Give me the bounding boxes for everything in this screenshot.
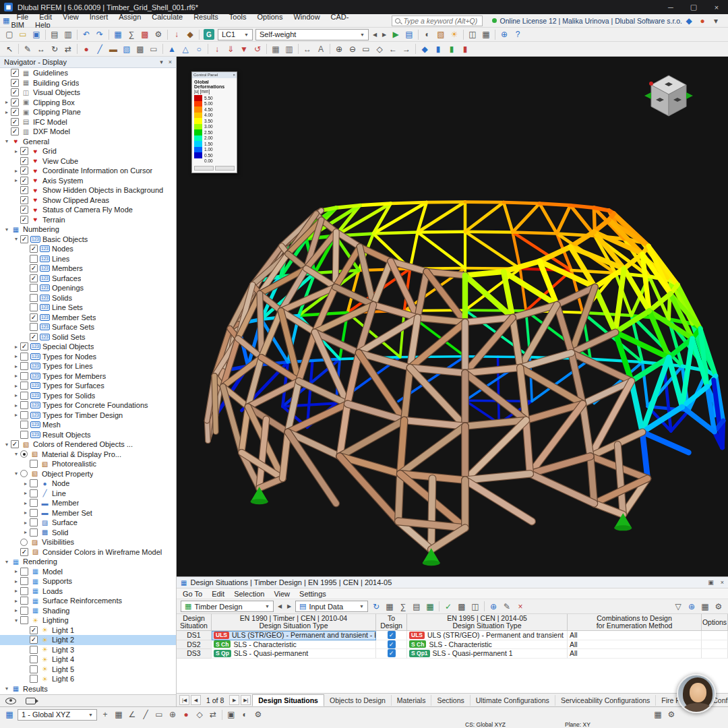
previous-view-icon[interactable]: ←: [386, 43, 400, 55]
calculation-icon[interactable]: ∑: [125, 28, 138, 40]
view-y-icon[interactable]: ▮: [445, 43, 458, 55]
panel-close-icon[interactable]: ×: [721, 579, 724, 586]
menu-view[interactable]: View: [57, 13, 84, 21]
navigator-close-icon[interactable]: ×: [169, 59, 172, 65]
export-excel-icon[interactable]: ▦: [423, 601, 437, 613]
pan-icon[interactable]: ◇: [373, 43, 386, 55]
checkbox[interactable]: ✓: [11, 69, 19, 77]
tree-item-special-objects[interactable]: ▸✓123Special Objects: [0, 342, 176, 352]
tree-item-light-6[interactable]: ☀Light 6: [0, 674, 176, 684]
tree-item-object-property[interactable]: ▾▧Object Property: [0, 469, 176, 479]
tree-item-types-for-timber-design[interactable]: ▸123Types for Timber Design: [0, 411, 176, 421]
radio-button[interactable]: [20, 470, 28, 477]
panel-menu-settings[interactable]: Settings: [295, 590, 331, 598]
checkbox[interactable]: ✓: [11, 108, 19, 116]
checkbox[interactable]: [20, 401, 28, 409]
search-input[interactable]: [403, 17, 479, 25]
expander-icon[interactable]: ▸: [22, 500, 30, 506]
calculate-all-icon[interactable]: ▩: [138, 28, 152, 40]
load-combinations-icon[interactable]: ◆: [183, 28, 197, 40]
tree-item-grid[interactable]: ▸✓♥Grid: [0, 146, 176, 156]
tree-item-ifc-model[interactable]: ✓▤IFC Model: [0, 117, 176, 127]
result-tables-icon[interactable]: ▤: [402, 28, 416, 40]
to-design-checkbox[interactable]: ✓: [388, 640, 396, 648]
print-preview-icon[interactable]: ▥: [61, 28, 75, 40]
checkbox[interactable]: [30, 655, 38, 663]
combinations-cell[interactable]: All: [568, 649, 702, 659]
tab-design-situations[interactable]: Design Situations: [252, 694, 324, 706]
dimension-icon[interactable]: ↔: [301, 43, 314, 55]
expander-icon[interactable]: ▸: [22, 510, 30, 516]
tree-item-numbering[interactable]: ▾▦Numbering: [0, 224, 176, 235]
checkbox[interactable]: ✓: [20, 235, 28, 243]
midpoint-snap-icon[interactable]: ◇: [193, 708, 206, 721]
checkbox[interactable]: [20, 568, 28, 576]
manage-windows-icon[interactable]: ◫: [466, 28, 479, 40]
expander-icon[interactable]: ▸: [12, 177, 20, 183]
tree-item-line[interactable]: ▸╱Line: [0, 489, 176, 499]
expander-icon[interactable]: ▾: [3, 686, 11, 692]
columns-icon[interactable]: ◫: [468, 601, 482, 613]
combinations-cell[interactable]: All: [568, 640, 702, 650]
expander-icon[interactable]: ▸: [12, 588, 20, 594]
view-z-icon[interactable]: ▮: [458, 43, 472, 55]
more-options-icon[interactable]: ▾: [709, 15, 723, 27]
mesh-refinement-icon[interactable]: ▥: [282, 43, 296, 55]
checkbox[interactable]: [30, 489, 38, 497]
tree-item-light-3[interactable]: ☀Light 3: [0, 645, 176, 655]
text-annotation-icon[interactable]: A: [314, 43, 328, 55]
globe-icon[interactable]: ⊕: [685, 601, 698, 613]
checkbox[interactable]: [30, 303, 38, 311]
intersection-snap-icon[interactable]: ⇄: [206, 708, 220, 721]
member-icon[interactable]: ▬: [107, 43, 120, 55]
checkbox[interactable]: [20, 597, 28, 605]
expander-icon[interactable]: ▸: [12, 568, 20, 574]
checkbox[interactable]: [20, 577, 28, 585]
checkbox[interactable]: [30, 460, 38, 468]
checkbox[interactable]: ✓: [11, 127, 19, 135]
checkbox[interactable]: ✓: [11, 440, 19, 448]
expander-icon[interactable]: ▸: [12, 363, 20, 369]
last-page-button[interactable]: ▶|: [241, 695, 251, 705]
line-icon[interactable]: ╱: [93, 43, 107, 55]
radio-button[interactable]: [20, 539, 28, 546]
delete-row-icon[interactable]: ×: [514, 601, 527, 613]
tree-item-view-cube[interactable]: ✓♥View Cube: [0, 156, 176, 166]
checkbox[interactable]: [30, 518, 38, 526]
tree-item-member-set[interactable]: ▸▬Member Set: [0, 508, 176, 518]
calculation-settings-icon[interactable]: ⚙: [152, 28, 165, 40]
expander-icon[interactable]: ▾: [3, 226, 11, 233]
tree-item-light-4[interactable]: ☀Light 4: [0, 655, 176, 665]
solid-icon[interactable]: ▩: [133, 43, 147, 55]
design-situation-row-ds1[interactable]: DS1ULSULS (STR/GEO) - Permanent and tran…: [177, 631, 728, 640]
options-cell[interactable]: [702, 640, 728, 650]
selection-lock-icon[interactable]: ▣: [224, 708, 238, 721]
check-entries-icon[interactable]: ✓: [442, 601, 455, 613]
input-data-selector[interactable]: ▤Input Data▼: [295, 601, 368, 612]
expander-icon[interactable]: ▸: [12, 412, 20, 418]
menu-edit[interactable]: Edit: [34, 13, 57, 21]
rotate-icon[interactable]: ↻: [48, 43, 61, 55]
expander-icon[interactable]: ▸: [12, 598, 20, 604]
module-selector[interactable]: ▦Timber Design▼: [181, 601, 274, 612]
tree-item-types-for-nodes[interactable]: ▸123Types for Nodes: [0, 352, 176, 362]
visibility-icon[interactable]: ◐: [421, 28, 434, 40]
refresh-icon[interactable]: ↻: [369, 601, 383, 613]
edit-row-icon[interactable]: ✎: [500, 601, 514, 613]
checkbox[interactable]: [20, 392, 28, 400]
menu-calculate[interactable]: Calculate: [146, 13, 188, 21]
user-avatar[interactable]: [677, 674, 716, 713]
rendering-mode-icon[interactable]: ▧: [434, 28, 448, 40]
tree-item-rendering[interactable]: ▾▦Rendering: [0, 557, 176, 567]
tree-item-surface[interactable]: ▸▨Surface: [0, 518, 176, 528]
tree-item-lines[interactable]: 123Lines: [0, 254, 176, 264]
data-tables-icon[interactable]: ▦: [111, 28, 125, 40]
checkbox[interactable]: [30, 509, 38, 517]
checkbox[interactable]: [30, 528, 38, 537]
load-case-selector[interactable]: LC1▼: [218, 29, 253, 40]
expander-icon[interactable]: ▸: [22, 481, 30, 487]
checkbox[interactable]: ✓: [30, 245, 38, 253]
checkbox[interactable]: ✓: [11, 88, 19, 96]
grid-icon[interactable]: ▦: [112, 708, 125, 721]
zoom-window-icon[interactable]: ▭: [359, 43, 373, 55]
